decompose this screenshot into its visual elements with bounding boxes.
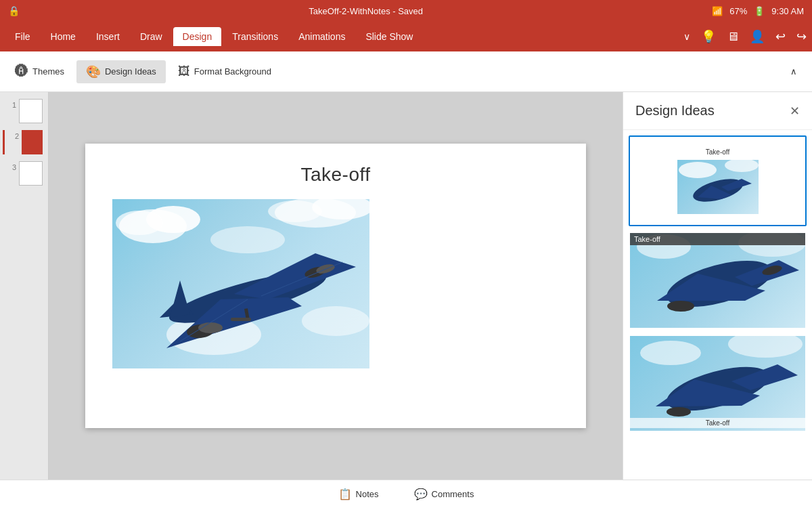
design-idea-img-2: Take-off [630, 233, 805, 328]
design-panel-title: Design Ideas [635, 103, 715, 119]
menu-file[interactable]: File [5, 27, 40, 46]
notes-button[interactable]: 📋 Notes [332, 484, 386, 505]
design-panel: Design Ideas ✕ Take-off [623, 92, 812, 480]
design-idea-item-1[interactable]: Take-off [629, 135, 807, 226]
comments-icon: 💬 [414, 488, 428, 501]
design-panel-close-button[interactable]: ✕ [790, 104, 800, 119]
menu-bar: File Home Insert Draw Design Transitions… [0, 22, 812, 51]
slide-panel-row-1[interactable]: 1 [3, 99, 45, 123]
design-idea-label-3: Take-off [630, 418, 805, 428]
slide-panel-row-2[interactable]: 2 [3, 130, 45, 154]
slide-title: Take-off [112, 164, 559, 186]
ribbon: 🅐 Themes 🎨 Design Ideas 🖼 Format Backgro… [0, 51, 812, 92]
slide-number-1: 1 [5, 101, 16, 109]
svg-point-33 [667, 301, 694, 312]
slide-panel: 1 2 3 [0, 92, 49, 480]
svg-point-40 [667, 407, 691, 417]
design-idea-img-1: Take-off [630, 137, 805, 225]
document-title: TakeOff-2-WithNotes - Saved [20, 6, 712, 16]
design-ideas-list: Take-off [623, 130, 812, 480]
battery-icon: 🔋 [754, 6, 765, 16]
themes-icon: 🅐 [15, 64, 28, 79]
menu-more-chevron[interactable]: ∨ [683, 31, 690, 42]
design-panel-header: Design Ideas ✕ [623, 92, 812, 130]
menu-slideshow[interactable]: Slide Show [356, 27, 422, 46]
user-icon[interactable]: 👤 [750, 29, 765, 44]
format-bg-icon: 🖼 [178, 64, 190, 79]
ribbon-collapse-button[interactable]: ∧ [781, 62, 807, 81]
design-idea-img-3: Take-off [630, 336, 805, 431]
svg-point-2 [116, 211, 163, 235]
format-background-label: Format Background [194, 66, 271, 77]
menu-draw[interactable]: Draw [131, 27, 172, 46]
svg-marker-12 [170, 280, 190, 318]
slide-number-2: 2 [8, 132, 19, 140]
notes-label: Notes [356, 489, 379, 499]
svg-point-23 [679, 162, 717, 178]
svg-point-35 [640, 341, 701, 365]
notes-icon: 📋 [338, 488, 352, 501]
menu-insert[interactable]: Insert [87, 27, 129, 46]
slide-thumbnail-3[interactable] [19, 161, 43, 186]
design-idea-label-1: Take-off [706, 148, 729, 156]
canvas-area: Take-off [49, 92, 623, 480]
svg-point-5 [268, 200, 322, 222]
svg-rect-22 [231, 318, 251, 321]
format-background-button[interactable]: 🖼 Format Background [168, 60, 281, 83]
menu-design[interactable]: Design [173, 27, 222, 46]
comments-label: Comments [432, 489, 474, 499]
svg-point-8 [302, 306, 369, 336]
comments-button[interactable]: 💬 Comments [407, 484, 481, 505]
main-content: 1 2 3 Take-off [0, 92, 812, 480]
design-idea-item-3[interactable]: Take-off [629, 335, 807, 432]
slide-image [112, 199, 369, 368]
svg-point-36 [728, 336, 803, 358]
svg-point-24 [725, 160, 759, 172]
menu-bar-right: ∨ 💡 🖥 👤 ↩ ↪ [683, 29, 807, 44]
slide-panel-row-3[interactable]: 3 [3, 161, 45, 186]
slide-thumbnail-2[interactable] [22, 130, 43, 154]
lightbulb-icon[interactable]: 💡 [701, 29, 716, 44]
present-icon[interactable]: 🖥 [727, 30, 739, 44]
themes-label: Themes [32, 66, 64, 77]
lock-icon: 🔒 [8, 5, 20, 16]
clock: 9:30 AM [771, 6, 804, 16]
slide-number-3: 3 [5, 163, 16, 171]
undo-icon[interactable]: ↩ [775, 29, 786, 44]
design-idea-label-2: Take-off [630, 233, 805, 245]
title-bar: 🔒 TakeOff-2-WithNotes - Saved 📶 67% 🔋 9:… [0, 0, 812, 22]
design-idea-item-2[interactable]: Take-off [629, 232, 807, 329]
menu-home[interactable]: Home [41, 27, 85, 46]
redo-icon[interactable]: ↪ [796, 29, 807, 44]
menu-transitions[interactable]: Transitions [223, 27, 288, 46]
design-ideas-button[interactable]: 🎨 Design Ideas [76, 60, 166, 83]
slide-canvas[interactable]: Take-off [85, 144, 586, 428]
battery-level: 67% [729, 6, 747, 16]
collapse-icon: ∧ [790, 66, 797, 77]
design-ideas-icon: 🎨 [86, 64, 101, 79]
slide-thumbnail-1[interactable] [19, 99, 43, 123]
airplane-svg [112, 199, 369, 368]
svg-point-6 [210, 226, 285, 253]
system-status: 📶 67% 🔋 9:30 AM [712, 6, 804, 16]
menu-animations[interactable]: Animations [289, 27, 355, 46]
active-slide-indicator [3, 130, 5, 154]
airplane-image [112, 199, 369, 368]
status-bar: 📋 Notes 💬 Comments [0, 480, 812, 508]
design-ideas-label: Design Ideas [105, 66, 156, 77]
themes-button[interactable]: 🅐 Themes [5, 60, 74, 83]
wifi-icon: 📶 [712, 6, 723, 16]
